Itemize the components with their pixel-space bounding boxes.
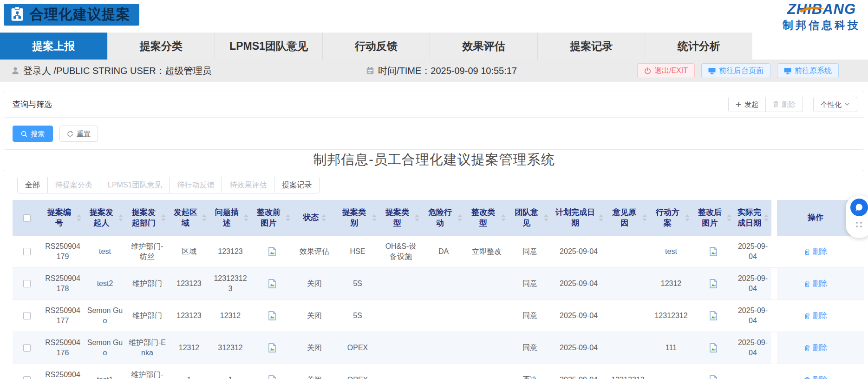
logout-button[interactable]: 退出/EXIT [637, 63, 695, 78]
header-cell-rectify[interactable]: 整改类型 [465, 200, 509, 236]
sort-carets-icon[interactable] [202, 214, 207, 221]
sort-carets-icon[interactable] [501, 214, 506, 221]
header-cell-type[interactable]: 提案类型 [379, 200, 422, 236]
scrollbar-gap [771, 300, 777, 332]
tab-5[interactable]: 效果评估 [430, 33, 538, 60]
personalize-dropdown[interactable]: 个性化 [813, 97, 857, 112]
cell-value: 1 [228, 375, 233, 379]
cell-category: HSE [336, 236, 379, 267]
header-label: 整改类型 [468, 207, 499, 229]
delete-row-link[interactable]: 删除 [804, 343, 828, 353]
sort-carets-icon[interactable] [118, 214, 123, 221]
cell-value: 2025-09-04 [560, 375, 598, 379]
cell-action [650, 364, 692, 379]
image-thumbnail-icon[interactable] [268, 343, 276, 352]
filter-pill-6[interactable]: 提案记录 [274, 177, 320, 193]
sort-carets-icon[interactable] [642, 214, 647, 221]
tab-6[interactable]: 提案记录 [538, 33, 646, 60]
launch-delete-group: 发起 删除 [728, 97, 803, 112]
header-cell-actual_date[interactable]: 实际完成日期 [734, 200, 771, 236]
header-cell-area[interactable]: 发起区域 [169, 200, 209, 236]
sort-carets-icon[interactable] [544, 214, 548, 221]
tab-4[interactable]: 行动反馈 [323, 33, 431, 60]
header-cell-team[interactable]: 团队意见 [509, 200, 551, 236]
launch-button[interactable]: 发起 [728, 97, 766, 112]
session-actions: 退出/EXIT 前往后台页面 前往原系统 [637, 60, 839, 82]
cell-reason [606, 300, 650, 332]
header-cell-plan_date[interactable]: 计划完成日期 [551, 200, 606, 236]
image-thumbnail-icon[interactable] [709, 247, 718, 256]
drag-handle[interactable] [856, 222, 862, 227]
header-cell-before_img[interactable]: 整改前图片 [251, 200, 293, 236]
delete-row-link[interactable]: 删除 [804, 311, 828, 321]
cell-value: 同意 [522, 343, 537, 353]
image-thumbnail-icon[interactable] [268, 311, 276, 320]
row-checkbox[interactable] [23, 280, 31, 287]
cell-value: 12312 [220, 311, 241, 321]
delete-row-link[interactable]: 删除 [804, 279, 828, 289]
reset-label: 重置 [77, 130, 91, 137]
cell-value: 2025-09-04 [560, 246, 598, 257]
header-cell-proposer[interactable]: 提案发起人 [84, 200, 126, 236]
image-thumbnail-icon[interactable] [709, 311, 718, 320]
row-checkbox[interactable] [23, 248, 31, 255]
cell-proposer: test [84, 236, 126, 267]
cell-value: 关闭 [307, 311, 322, 321]
header-cell-id[interactable]: 提案编号 [41, 200, 84, 236]
cell-before_img [251, 300, 293, 332]
image-thumbnail-icon[interactable] [268, 247, 276, 256]
scrollbar-gap [771, 268, 777, 299]
reset-button[interactable]: 重置 [59, 126, 98, 142]
cell-value: RS250904176 [44, 338, 81, 358]
filter-pill-1[interactable]: 全部 [17, 177, 48, 193]
image-thumbnail-icon[interactable] [268, 375, 276, 379]
row-checkbox[interactable] [23, 312, 31, 319]
header-cell-status[interactable]: 状态 [293, 200, 336, 236]
sort-carets-icon[interactable] [77, 214, 81, 221]
select-all-checkbox[interactable] [23, 214, 31, 222]
chat-assistant-button[interactable] [850, 199, 868, 216]
delete-row-link[interactable]: 删除 [804, 246, 828, 257]
header-cell-desc[interactable]: 问题描述 [209, 200, 251, 236]
sort-carets-icon[interactable] [321, 214, 326, 221]
sort-carets-icon[interactable] [599, 214, 603, 221]
image-thumbnail-icon[interactable] [709, 343, 718, 352]
tab-2[interactable]: 提案分类 [108, 33, 215, 60]
row-checkbox[interactable] [23, 376, 31, 379]
search-button[interactable]: 搜索 [13, 126, 53, 142]
tab-3[interactable]: LPMS1团队意见 [215, 33, 323, 60]
cell-value: 关闭 [307, 279, 322, 289]
sort-carets-icon[interactable] [764, 214, 769, 221]
cell-after_img [692, 332, 734, 364]
image-thumbnail-icon[interactable] [709, 279, 718, 288]
query-panel-title: 查询与筛选 [13, 99, 52, 110]
sort-carets-icon[interactable] [244, 214, 248, 221]
sort-carets-icon[interactable] [161, 214, 166, 221]
sort-carets-icon[interactable] [415, 214, 419, 221]
sort-carets-icon[interactable] [457, 214, 462, 221]
cell-category: 5S [336, 300, 379, 332]
sort-carets-icon[interactable] [372, 214, 377, 221]
goto-origin-button[interactable]: 前往原系统 [777, 63, 839, 78]
header-cell-reason[interactable]: 意见原因 [606, 200, 650, 236]
goto-admin-button[interactable]: 前往后台页面 [701, 63, 770, 78]
delete-row-link[interactable]: 删除 [804, 375, 828, 379]
table-row: RS250904176Semon Guo维护部门-Enka12312312312… [13, 332, 864, 364]
sort-carets-icon[interactable] [727, 214, 731, 221]
select-all-cell [13, 200, 41, 236]
sort-carets-icon[interactable] [286, 214, 290, 221]
tab-7[interactable]: 统计分析 [645, 33, 752, 60]
header-cell-category[interactable]: 提案类别 [336, 200, 379, 236]
row-select-cell [13, 268, 41, 299]
image-thumbnail-icon[interactable] [709, 375, 718, 379]
cell-value: 2025-09-04 [560, 343, 598, 353]
image-thumbnail-icon[interactable] [268, 279, 276, 288]
cell-rectify: 立即整改 [465, 236, 509, 267]
row-checkbox[interactable] [23, 344, 31, 352]
sort-carets-icon[interactable] [685, 214, 690, 221]
header-cell-dept[interactable]: 提案发起部门 [126, 200, 169, 236]
header-cell-danger[interactable]: 危险行动 [422, 200, 465, 236]
header-cell-action[interactable]: 行动方案 [650, 200, 692, 236]
header-cell-after_img[interactable]: 整改后图片 [692, 200, 734, 236]
tab-1[interactable]: 提案上报 [0, 33, 108, 60]
